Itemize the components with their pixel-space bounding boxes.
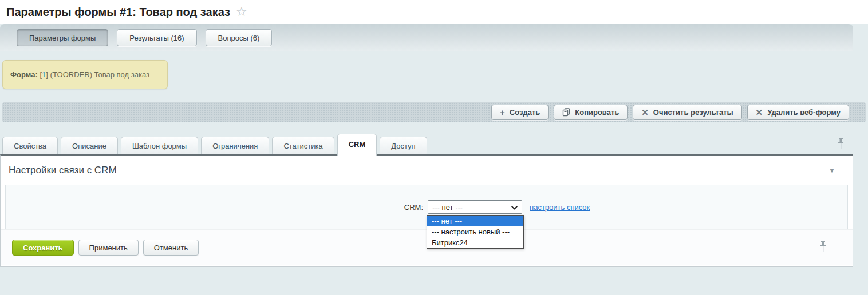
copy-icon — [562, 108, 570, 117]
tab-bar: Свойства Описание Шаблон формы Ограничен… — [0, 133, 868, 154]
configure-list-link[interactable]: настроить список — [530, 203, 590, 212]
form-info-name: (TOORDER) Товар под заказ — [50, 70, 149, 79]
clear-results-label: Очистить результаты — [653, 108, 733, 117]
section-header: Настройки связи с CRM ▼ — [1, 156, 853, 185]
section-title: Настройки связи с CRM — [9, 165, 117, 176]
clear-results-button[interactable]: ✕ Очистить результаты — [633, 105, 741, 120]
delete-webform-button[interactable]: ✕ Удалить веб-форму — [747, 105, 849, 120]
collapse-section-icon[interactable]: ▼ — [828, 166, 835, 174]
pin-icon[interactable] — [819, 240, 827, 255]
create-button[interactable]: + Создать — [491, 105, 549, 120]
tab-restrictions[interactable]: Ограничения — [201, 137, 269, 154]
chevron-down-icon — [511, 203, 518, 212]
dropdown-option-configure-new[interactable]: --- настроить новый --- — [427, 226, 523, 237]
delete-webform-label: Удалить веб-форму — [767, 108, 841, 117]
dropdown-option-bitrix24[interactable]: Битрикс24 — [427, 237, 523, 248]
copy-button[interactable]: Копировать — [554, 105, 628, 120]
nav-results-button[interactable]: Результаты (16) — [117, 29, 196, 46]
crm-field-label: CRM: — [6, 203, 428, 212]
crm-field-row: CRM: --- нет --- --- нет --- --- настрои… — [6, 200, 847, 214]
cancel-button[interactable]: Отменить — [143, 240, 199, 256]
form-info-box: Форма: [1] (TOORDER) Товар под заказ — [2, 60, 168, 89]
delete-x-icon: ✕ — [756, 108, 763, 117]
tab-access[interactable]: Доступ — [380, 137, 427, 154]
page-title: Параметры формы #1: Товар под заказ — [6, 6, 230, 19]
crm-select-value: --- нет --- — [432, 203, 463, 212]
save-button[interactable]: Сохранить — [12, 240, 74, 256]
action-toolbar: + Создать Копировать ✕ Очистить результа… — [2, 102, 866, 122]
tab-crm[interactable]: CRM — [337, 134, 377, 156]
tab-form-template[interactable]: Шаблон формы — [121, 137, 198, 154]
favorite-star-icon[interactable]: ☆ — [236, 6, 247, 18]
pin-icon[interactable] — [837, 137, 845, 152]
copy-button-label: Копировать — [575, 108, 619, 117]
tab-description[interactable]: Описание — [61, 137, 118, 154]
title-bar: Параметры формы #1: Товар под заказ ☆ — [0, 0, 868, 24]
top-nav-strip: Параметры формы Результаты (16) Вопросы … — [0, 24, 853, 51]
crm-field-area: CRM: --- нет --- --- нет --- --- настрои… — [5, 185, 848, 229]
create-button-label: Создать — [510, 108, 540, 117]
clear-x-icon: ✕ — [641, 108, 649, 117]
plus-icon: + — [500, 108, 505, 117]
form-info-label: Форма: — [10, 70, 38, 79]
crm-settings-panel: Настройки связи с CRM ▼ CRM: --- нет ---… — [0, 154, 853, 267]
crm-select-dropdown: --- нет --- --- настроить новый --- Битр… — [427, 215, 524, 249]
crm-select[interactable]: --- нет --- — [428, 200, 522, 214]
apply-button[interactable]: Применить — [78, 240, 139, 256]
nav-form-params-button[interactable]: Параметры формы — [17, 29, 108, 46]
tab-properties[interactable]: Свойства — [2, 137, 58, 154]
nav-questions-button[interactable]: Вопросы (6) — [206, 29, 273, 46]
dropdown-option-none[interactable]: --- нет --- — [427, 216, 523, 226]
tab-statistics[interactable]: Статистика — [272, 137, 334, 154]
form-info-bracket-close: ] — [46, 70, 48, 79]
